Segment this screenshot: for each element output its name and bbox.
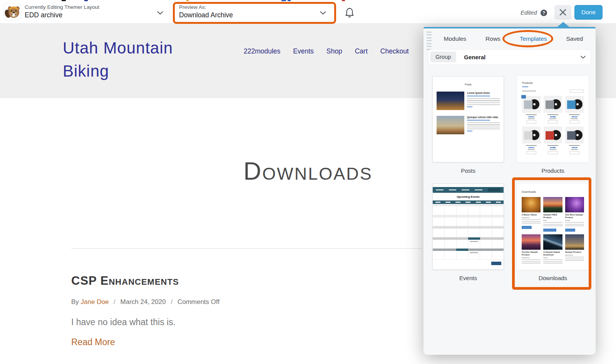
thumb-product <box>544 96 562 124</box>
thumb-downloads-grid: A Music Album Sample FREE Product One Mo… <box>522 197 584 265</box>
meta-separator: / <box>114 298 116 306</box>
read-more-link[interactable]: Read More <box>71 337 348 347</box>
done-label: Done <box>581 9 596 16</box>
thumb-download: A Music Album <box>522 197 541 232</box>
currently-editing-dropdown[interactable]: Currently Editing Themer Layout EDD arch… <box>25 4 99 19</box>
nav-item-modules[interactable]: 222modules <box>244 47 280 55</box>
thumb-weekday-row <box>433 200 504 204</box>
help-icon[interactable]: ? <box>541 10 547 16</box>
download-name: A Sample Digital Download <box>543 251 562 256</box>
thumb-download: One More Sample Product <box>565 197 584 232</box>
thumb-post-text: Quisque rutrum nibh vitae <box>467 116 500 134</box>
close-icon <box>559 9 566 16</box>
calendar-row <box>433 215 504 226</box>
notifications-bell-icon[interactable] <box>345 7 355 18</box>
template-downloads-thumbnail: Downloads A Music Album Sample FREE Prod… <box>517 184 589 270</box>
placeholder-meta-line <box>467 95 490 97</box>
comments-status: Comments Off <box>177 298 219 306</box>
thumb-post2-title: Quisque rutrum nibh vitae <box>467 116 500 119</box>
beaver-builder-logo[interactable] <box>3 3 21 21</box>
calendar-row <box>433 204 504 215</box>
thumb-download: Sample FREE Product <box>543 197 562 232</box>
close-button[interactable] <box>554 5 571 20</box>
nav-item-checkout[interactable]: Checkout <box>380 47 409 55</box>
thumb-post-image <box>437 92 464 110</box>
chevron-down-icon <box>580 55 586 59</box>
chevron-down-icon[interactable] <box>320 10 326 15</box>
nav-item-events[interactable]: Events <box>293 47 314 55</box>
download-name: Another Sample Product <box>522 251 541 256</box>
chevron-down-icon[interactable] <box>157 10 164 15</box>
calendar-row <box>433 237 504 249</box>
thumb-events-navbar <box>433 187 504 193</box>
vinyl-image <box>522 96 541 113</box>
top-edge-sliver <box>281 0 286 1</box>
post-meta: By Jane Doe / March 24, 2020 / Comments … <box>71 298 348 306</box>
thumb-download: Sample Product <box>565 234 584 265</box>
done-button[interactable]: Done <box>574 5 603 20</box>
preview-as-dropdown[interactable]: Preview As: Download Archive <box>179 4 233 19</box>
thumb-events-heading: Upcoming Events <box>433 193 504 200</box>
group-label: Group <box>430 52 456 62</box>
template-posts[interactable]: Posts Lorem Ipsum Dolor Quisque rutrum n… <box>432 76 504 174</box>
nav-item-cart[interactable]: Cart <box>355 47 368 55</box>
template-label: Posts <box>461 167 475 174</box>
download-name: One More Sample Product <box>565 214 584 219</box>
thumb-product <box>522 96 541 124</box>
calendar-event <box>468 237 480 240</box>
thumb-download: A Sample Digital Download <box>543 234 562 265</box>
author-link[interactable]: Jane Doe <box>81 298 109 306</box>
post-excerpt-text: I have no idea what this is. <box>71 317 348 327</box>
calendar-row <box>433 249 504 260</box>
site-nav: 222modules Events Shop Cart Checkout <box>244 47 409 55</box>
layout-name: EDD archive <box>25 11 99 19</box>
download-name: Sample FREE Product <box>543 214 562 219</box>
editing-label: Currently Editing Themer Layout <box>25 4 99 10</box>
content-divider <box>71 248 422 249</box>
thumb-post-row: Lorem Ipsum Dolor <box>437 92 500 110</box>
preview-as-value: Download Archive <box>179 11 233 19</box>
download-image <box>543 234 562 250</box>
tab-modules[interactable]: Modules <box>444 35 467 42</box>
meta-separator: / <box>171 298 172 306</box>
group-select[interactable]: Group General <box>428 49 591 65</box>
thumb-events-topbar <box>433 184 504 187</box>
thumb-post-image <box>437 116 464 134</box>
thumb-post1-title: Lorem Ipsum Dolor <box>467 92 500 94</box>
template-products[interactable]: Products <box>517 76 589 174</box>
thumb-posts-title: Posts <box>433 83 504 86</box>
thumb-products-title: Products <box>522 82 584 84</box>
edited-status: Edited <box>521 9 537 16</box>
thumb-downloads-title: Downloads <box>522 190 584 194</box>
download-name: Sample Product <box>565 251 584 254</box>
placeholder-text-lines <box>467 98 500 105</box>
thumb-post-row: Quisque rutrum nibh vitae <box>437 116 500 134</box>
download-image <box>522 234 541 250</box>
download-image <box>543 197 562 212</box>
thumb-products-grid <box>522 96 584 154</box>
site-title[interactable]: Utah Mountain Biking <box>63 37 217 83</box>
help-glyph: ? <box>542 10 545 16</box>
template-posts-thumbnail: Posts Lorem Ipsum Dolor Quisque rutrum n… <box>432 76 504 162</box>
thumb-product <box>565 127 584 154</box>
template-label: Products <box>541 167 564 174</box>
placeholder-results-count <box>522 90 536 92</box>
vinyl-image <box>544 96 562 113</box>
download-name: A Music Album <box>522 214 541 216</box>
vinyl-image <box>565 96 584 113</box>
top-edge-sliver <box>342 0 345 1</box>
template-label: Events <box>459 275 477 281</box>
placeholder-sort-select <box>570 90 584 93</box>
thumb-download: Another Sample Product <box>522 234 541 265</box>
preview-as-label: Preview As: <box>179 4 233 10</box>
template-events[interactable]: Upcoming Events Events <box>432 184 504 281</box>
nav-item-shop[interactable]: Shop <box>326 47 342 55</box>
tab-saved[interactable]: Saved <box>566 35 583 42</box>
placeholder-meta-line <box>467 120 490 121</box>
tab-templates[interactable]: Templates <box>520 35 547 42</box>
post-title[interactable]: CSP Enhancements <box>71 274 348 288</box>
template-downloads[interactable]: Downloads A Music Album Sample FREE Prod… <box>517 184 589 281</box>
top-edge-sliver <box>84 0 88 1</box>
panel-drag-handle[interactable] <box>427 32 432 51</box>
tab-rows[interactable]: Rows <box>485 35 500 42</box>
